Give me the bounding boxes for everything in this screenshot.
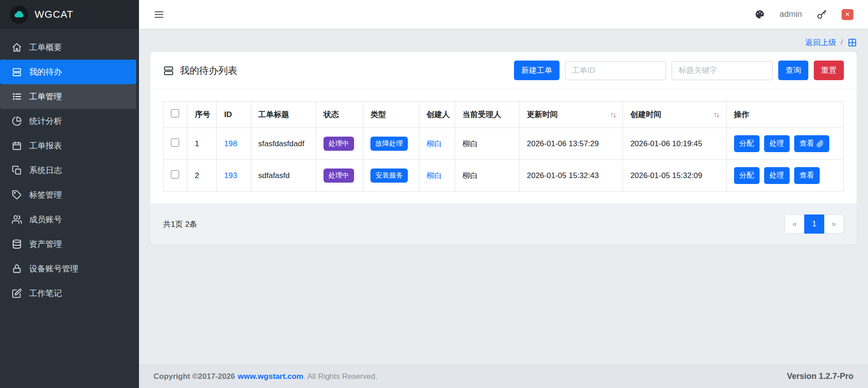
col-header-created[interactable]: 创建时间 ↑↓ bbox=[623, 102, 726, 128]
content: 返回上级 / 我的待办列表 新建工单 bbox=[139, 29, 868, 364]
cell-id: 198 bbox=[217, 128, 251, 160]
sidebar-item-members[interactable]: 成员账号 bbox=[0, 207, 139, 232]
keyword-input[interactable] bbox=[672, 61, 773, 80]
view-button[interactable]: 查看 bbox=[794, 135, 829, 152]
layout-grid-icon[interactable] bbox=[847, 38, 857, 47]
breadcrumb: 返回上级 / bbox=[150, 34, 857, 51]
cell-created: 2026-01-05 15:32:09 bbox=[623, 160, 726, 192]
sidebar-item-label: 工单管理 bbox=[29, 91, 62, 102]
orders-table: 序号 ID 工单标题 状态 类型 创建人 当前受理人 更新时间 bbox=[163, 101, 844, 192]
sidebar-nav: 工单概要我的待办工单管理统计分析工单报表系统日志标签管理成员账号资产管理设备账号… bbox=[0, 29, 139, 306]
cell-seq: 2 bbox=[187, 160, 217, 192]
copy-icon bbox=[12, 165, 22, 175]
sidebar-item-label: 资产管理 bbox=[29, 239, 62, 250]
col-header-seq: 序号 bbox=[187, 102, 217, 128]
topbar-right: admin ✕ bbox=[755, 9, 853, 20]
sidebar: WGCAT 工单概要我的待办工单管理统计分析工单报表系统日志标签管理成员账号资产… bbox=[0, 0, 139, 388]
status-badge: 处理中 bbox=[324, 168, 354, 183]
sidebar-item-label: 标签管理 bbox=[29, 189, 62, 200]
sidebar-item-label: 我的待办 bbox=[29, 66, 62, 77]
handle-button[interactable]: 处理 bbox=[764, 135, 790, 152]
sidebar-item-tag-manage[interactable]: 标签管理 bbox=[0, 183, 139, 207]
sidebar-item-stats[interactable]: 统计分析 bbox=[0, 109, 139, 133]
logout-icon[interactable]: ✕ bbox=[842, 9, 853, 20]
cell-status: 处理中 bbox=[316, 128, 363, 160]
cell-handler: 柳白 bbox=[455, 128, 519, 160]
page-button-1[interactable]: 1 bbox=[804, 214, 824, 234]
copyright-rest: . All Rights Reserved. bbox=[303, 372, 378, 381]
sort-icon[interactable]: ↑↓ bbox=[610, 110, 615, 119]
cell-handler: 柳白 bbox=[455, 160, 519, 192]
col-header-updated[interactable]: 更新时间 ↑↓ bbox=[519, 102, 623, 128]
view-button[interactable]: 查看 bbox=[794, 167, 820, 184]
logo-text: WGCAT bbox=[35, 9, 73, 20]
page-summary: 共1页 2条 bbox=[163, 219, 197, 230]
sidebar-item-label: 统计分析 bbox=[29, 116, 62, 127]
order-id-link[interactable]: 193 bbox=[224, 171, 237, 180]
cell-status: 处理中 bbox=[316, 160, 363, 192]
sidebar-item-order-manage[interactable]: 工单管理 bbox=[0, 84, 136, 109]
reset-button[interactable]: 重置 bbox=[814, 61, 844, 80]
logo-cloud-icon bbox=[10, 5, 28, 24]
sidebar-item-my-todo[interactable]: 我的待办 bbox=[0, 60, 136, 84]
panel-header: 我的待办列表 新建工单 查询 重置 bbox=[150, 52, 857, 89]
assign-button[interactable]: 分配 bbox=[734, 135, 760, 152]
row-select-cell bbox=[164, 160, 187, 192]
copyright: Copyright ©2017-2026www.wgstart.com. All… bbox=[154, 372, 377, 381]
sidebar-item-system-log[interactable]: 系统日志 bbox=[0, 158, 139, 183]
sidebar-item-label: 设备账号管理 bbox=[29, 263, 78, 274]
sidebar-item-assets[interactable]: 资产管理 bbox=[0, 232, 139, 256]
cell-id: 193 bbox=[217, 160, 251, 192]
panel-title: 我的待办列表 bbox=[163, 64, 237, 77]
back-link[interactable]: 返回上级 bbox=[805, 37, 836, 48]
cell-actions: 分配处理查看 bbox=[726, 160, 844, 192]
table-row: 2193sdfafasfd处理中安装服务柳白柳白2026-01-05 15:32… bbox=[164, 160, 844, 192]
assign-button[interactable]: 分配 bbox=[734, 167, 760, 184]
cell-title: sdfafasfd bbox=[251, 160, 316, 192]
sidebar-item-order-report[interactable]: 工单报表 bbox=[0, 133, 139, 158]
cell-type: 安装服务 bbox=[363, 160, 419, 192]
menu-toggle-icon[interactable] bbox=[154, 9, 164, 20]
new-order-button[interactable]: 新建工单 bbox=[514, 61, 560, 80]
logo: WGCAT bbox=[0, 0, 139, 29]
list-icon bbox=[12, 92, 22, 102]
col-header-handler: 当前受理人 bbox=[455, 102, 519, 128]
select-all-checkbox[interactable] bbox=[171, 109, 179, 117]
logout-x-glyph: ✕ bbox=[845, 11, 850, 18]
cards-icon bbox=[12, 67, 22, 77]
lock-icon bbox=[12, 264, 22, 274]
order-id-link[interactable]: 198 bbox=[224, 139, 237, 148]
order-id-input[interactable] bbox=[565, 61, 666, 80]
query-button[interactable]: 查询 bbox=[778, 61, 808, 80]
col-header-type: 类型 bbox=[363, 102, 419, 128]
type-badge: 安装服务 bbox=[370, 168, 408, 183]
main-area: admin ✕ 返回上级 / bbox=[139, 0, 868, 388]
row-checkbox[interactable] bbox=[171, 138, 179, 147]
password-key-icon[interactable] bbox=[817, 9, 827, 20]
cell-creator: 柳白 bbox=[419, 160, 455, 192]
cell-created: 2026-01-06 10:19:45 bbox=[623, 128, 726, 160]
table-body: 1198sfasfdasfdadf处理中故障处理柳白柳白2026-01-06 1… bbox=[164, 128, 844, 192]
footer-link[interactable]: www.wgstart.com bbox=[238, 372, 303, 381]
breadcrumb-separator: / bbox=[841, 38, 843, 47]
next-page-button[interactable]: » bbox=[824, 214, 844, 234]
col-header-title: 工单标题 bbox=[251, 102, 316, 128]
username[interactable]: admin bbox=[780, 10, 802, 19]
sort-icon[interactable]: ↑↓ bbox=[714, 110, 719, 119]
sidebar-item-overview[interactable]: 工单概要 bbox=[0, 35, 139, 60]
cell-title: sfasfdasfdadf bbox=[251, 128, 316, 160]
sidebar-item-label: 成员账号 bbox=[29, 214, 62, 225]
handle-button[interactable]: 处理 bbox=[764, 167, 790, 184]
row-checkbox[interactable] bbox=[171, 170, 179, 179]
paperclip-icon bbox=[817, 140, 824, 148]
creator-link[interactable]: 柳白 bbox=[426, 171, 442, 180]
sidebar-item-device-accounts[interactable]: 设备账号管理 bbox=[0, 256, 139, 281]
creator-link[interactable]: 柳白 bbox=[426, 139, 442, 148]
cell-creator: 柳白 bbox=[419, 128, 455, 160]
panel-title-text: 我的待办列表 bbox=[180, 64, 237, 77]
prev-page-button[interactable]: « bbox=[785, 214, 805, 234]
sidebar-item-work-notes[interactable]: 工作笔记 bbox=[0, 281, 139, 306]
col-header-actions: 操作 bbox=[726, 102, 844, 128]
theme-palette-icon[interactable] bbox=[755, 9, 765, 20]
panel-controls: 新建工单 查询 重置 bbox=[514, 61, 844, 80]
